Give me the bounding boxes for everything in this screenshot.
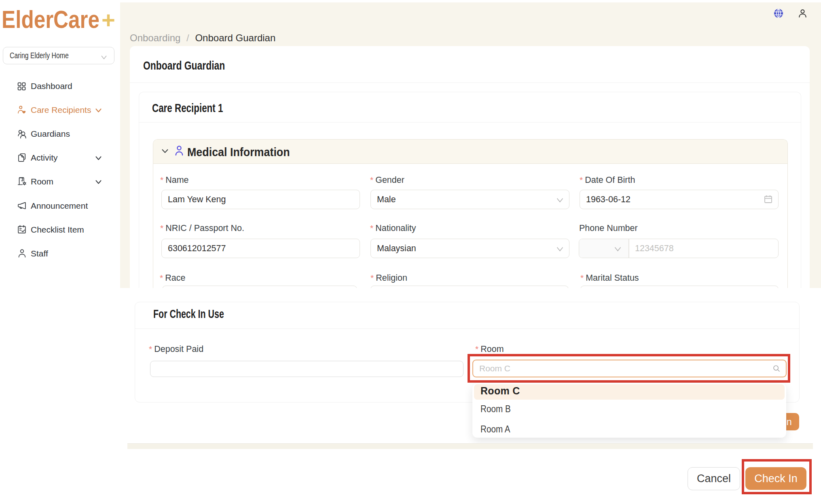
svg-text:ElderCare: ElderCare [2, 6, 99, 31]
svg-text:+: + [102, 7, 115, 31]
